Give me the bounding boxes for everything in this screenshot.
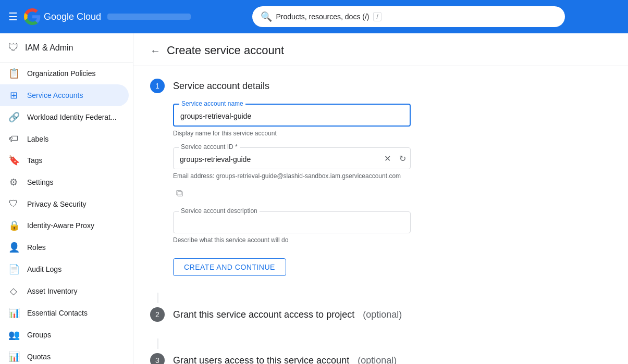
iam-icon: 🛡 bbox=[8, 42, 19, 54]
sidebar-item-label-service-accounts: Service Accounts bbox=[27, 91, 83, 99]
id-field-label: Service account ID * bbox=[179, 143, 240, 150]
asset-inventory-icon: ◇ bbox=[8, 285, 19, 297]
name-field-group: Service account name Display name for th… bbox=[173, 104, 411, 137]
description-hint: Describe what this service account will … bbox=[173, 236, 411, 244]
step-3-number: 3 bbox=[150, 353, 165, 364]
sidebar-item-label-essential-contacts: Essential Contacts bbox=[27, 309, 88, 317]
identity-aware-proxy-icon: 🔒 bbox=[8, 220, 19, 231]
workload-identity-icon: 🔗 bbox=[8, 111, 19, 123]
step-3-title: Grant users access to this service accou… bbox=[173, 355, 349, 365]
main-content: ← Create service account 1 Service accou… bbox=[133, 33, 628, 364]
step-2-header: 2 Grant this service account access to p… bbox=[150, 307, 611, 322]
create-and-continue-button[interactable]: CREATE AND CONTINUE bbox=[173, 258, 286, 276]
clear-id-button[interactable]: ✕ bbox=[380, 149, 395, 168]
step-1-number: 1 bbox=[150, 79, 165, 93]
sidebar-item-label-groups: Groups bbox=[27, 331, 51, 339]
sidebar-item-label-organization-policies: Organization Policies bbox=[27, 69, 96, 78]
sidebar-item-groups[interactable]: 👥Groups bbox=[0, 324, 129, 346]
name-field-wrapper: Service account name bbox=[173, 104, 411, 127]
sidebar-item-label-asset-inventory: Asset Inventory bbox=[27, 287, 78, 295]
sidebar-item-label-workload-identity: Workload Identity Federat... bbox=[27, 113, 117, 121]
sidebar-item-workload-identity[interactable]: 🔗Workload Identity Federat... bbox=[0, 106, 129, 128]
step-divider-1 bbox=[157, 293, 158, 303]
description-field-group: Service account description Describe wha… bbox=[173, 211, 411, 244]
sidebar-item-label-identity-aware-proxy: Identity-Aware Proxy bbox=[27, 221, 94, 230]
email-address: Email address: groups-retrieval-guide@sl… bbox=[173, 172, 411, 180]
topbar: ☰ Google Cloud 🔍 Products, resources, do… bbox=[0, 0, 628, 33]
sidebar-item-quotas[interactable]: 📊Quotas bbox=[0, 346, 129, 364]
audit-logs-icon: 📄 bbox=[8, 263, 19, 275]
google-cloud-logo-icon bbox=[24, 8, 41, 25]
step-1-header: 1 Service account details bbox=[150, 79, 611, 93]
step-2-section: 2 Grant this service account access to p… bbox=[150, 307, 611, 322]
id-field-wrapper: Service account ID * ✕ ↻ bbox=[173, 147, 411, 169]
page-title: Create service account bbox=[167, 44, 284, 57]
quotas-icon: 📊 bbox=[8, 351, 19, 362]
sidebar: 🛡 IAM & Admin 📋Organization Policies⊞Ser… bbox=[0, 33, 133, 364]
logo-text: Google Cloud bbox=[44, 11, 101, 22]
page-header: ← Create service account bbox=[133, 33, 628, 66]
description-field-label: Service account description bbox=[179, 207, 260, 215]
step-2-title: Grant this service account access to pro… bbox=[173, 309, 354, 320]
step-3-subtitle: (optional) bbox=[358, 355, 397, 365]
refresh-id-button[interactable]: ↻ bbox=[395, 149, 410, 168]
tags-icon: 🔖 bbox=[8, 155, 19, 166]
sidebar-header: 🛡 IAM & Admin bbox=[0, 33, 133, 62]
step-1-section: 1 Service account details Service accoun… bbox=[150, 79, 611, 276]
sidebar-nav: 📋Organization Policies⊞Service Accounts🔗… bbox=[0, 62, 133, 364]
id-field-row: ✕ ↻ bbox=[174, 148, 410, 169]
privacy-security-icon: 🛡 bbox=[8, 198, 19, 209]
copy-email-button[interactable]: ⧉ bbox=[174, 186, 185, 201]
sidebar-item-asset-inventory[interactable]: ◇Asset Inventory bbox=[0, 280, 129, 302]
step-1-title: Service account details bbox=[173, 81, 269, 92]
name-field-hint: Display name for this service account bbox=[173, 130, 411, 137]
search-bar[interactable]: 🔍 Products, resources, docs (/) / bbox=[252, 6, 565, 27]
sidebar-item-label-roles: Roles bbox=[27, 243, 46, 252]
sidebar-item-identity-aware-proxy[interactable]: 🔒Identity-Aware Proxy bbox=[0, 215, 129, 236]
google-cloud-logo: Google Cloud bbox=[24, 8, 101, 25]
step-2-subtitle: (optional) bbox=[363, 309, 402, 320]
service-accounts-icon: ⊞ bbox=[8, 90, 19, 101]
sidebar-item-label-audit-logs: Audit Logs bbox=[27, 265, 61, 273]
sidebar-item-label-privacy-security: Privacy & Security bbox=[27, 200, 87, 208]
search-label: Products, resources, docs (/) bbox=[276, 12, 370, 21]
sidebar-item-tags[interactable]: 🔖Tags bbox=[0, 149, 129, 171]
name-field-label: Service account name bbox=[179, 100, 245, 107]
service-account-id-input[interactable] bbox=[174, 148, 380, 169]
search-icon: 🔍 bbox=[261, 11, 272, 22]
sidebar-item-privacy-security[interactable]: 🛡Privacy & Security bbox=[0, 193, 129, 215]
sidebar-item-organization-policies[interactable]: 📋Organization Policies bbox=[0, 62, 129, 84]
id-field-group: Service account ID * ✕ ↻ Email address: … bbox=[173, 147, 411, 201]
sidebar-item-label-labels: Labels bbox=[27, 135, 48, 143]
sidebar-item-label-tags: Tags bbox=[27, 156, 43, 165]
step-2-number: 2 bbox=[150, 307, 165, 322]
main-layout: 🛡 IAM & Admin 📋Organization Policies⊞Ser… bbox=[0, 33, 628, 364]
step-3-header: 3 Grant users access to this service acc… bbox=[150, 353, 611, 364]
essential-contacts-icon: 📊 bbox=[8, 307, 19, 319]
search-shortcut: / bbox=[373, 12, 381, 21]
sidebar-item-labels[interactable]: 🏷Labels bbox=[0, 128, 129, 149]
sidebar-item-label-settings: Settings bbox=[27, 178, 54, 186]
step-3-section: 3 Grant users access to this service acc… bbox=[150, 353, 611, 364]
sidebar-item-essential-contacts[interactable]: 📊Essential Contacts bbox=[0, 302, 129, 324]
service-account-description-input[interactable] bbox=[174, 212, 410, 233]
sidebar-product-name: IAM & Admin bbox=[25, 43, 73, 53]
sidebar-item-service-accounts[interactable]: ⊞Service Accounts bbox=[0, 84, 129, 106]
organization-policies-icon: 📋 bbox=[8, 68, 19, 79]
project-selector[interactable] bbox=[107, 14, 191, 20]
step-divider-2 bbox=[157, 338, 158, 349]
menu-icon[interactable]: ☰ bbox=[8, 10, 18, 23]
labels-icon: 🏷 bbox=[8, 133, 19, 144]
description-field-wrapper: Service account description bbox=[173, 211, 411, 233]
sidebar-item-audit-logs[interactable]: 📄Audit Logs bbox=[0, 258, 129, 280]
sidebar-item-settings[interactable]: ⚙Settings bbox=[0, 171, 129, 193]
settings-icon: ⚙ bbox=[8, 177, 19, 188]
sidebar-item-roles[interactable]: 👤Roles bbox=[0, 236, 129, 258]
sidebar-item-label-quotas: Quotas bbox=[27, 353, 51, 361]
form-content: 1 Service account details Service accoun… bbox=[133, 66, 628, 364]
roles-icon: 👤 bbox=[8, 242, 19, 253]
service-account-name-input[interactable] bbox=[174, 105, 410, 125]
groups-icon: 👥 bbox=[8, 329, 19, 341]
step-1-fields: Service account name Display name for th… bbox=[150, 104, 411, 276]
back-button[interactable]: ← bbox=[150, 45, 161, 57]
